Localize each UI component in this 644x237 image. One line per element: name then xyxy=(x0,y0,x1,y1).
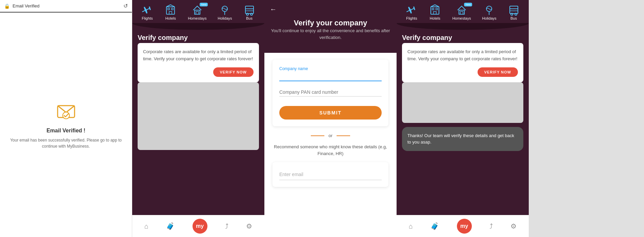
my-nav-button[interactable]: my xyxy=(193,219,207,234)
svg-rect-3 xyxy=(168,8,169,10)
verify-company-title: Verify company xyxy=(132,30,264,43)
svg-rect-18 xyxy=(432,8,434,10)
grey-placeholder-box-4 xyxy=(402,82,523,123)
svg-rect-27 xyxy=(510,6,518,14)
or-line-left xyxy=(311,135,324,136)
form-title: Verify your company xyxy=(264,19,397,27)
nav-hotels[interactable]: Hotels xyxy=(164,4,177,20)
company-name-input[interactable] xyxy=(279,72,382,81)
svg-point-29 xyxy=(511,13,513,15)
company-form-card: Company name SUBMIT xyxy=(273,60,388,126)
right-spacer xyxy=(529,0,644,237)
verify-card: Corporate rates are available for only a… xyxy=(138,43,259,82)
flights-label-4: Flights xyxy=(406,16,417,20)
holidays-icon xyxy=(219,4,231,16)
nav-flights-4[interactable]: Flights xyxy=(405,4,418,20)
hotels-icon-4 xyxy=(429,4,441,16)
email-recommend-card: Enter email xyxy=(273,162,388,187)
email-verified-title: Email Verified ! xyxy=(46,128,85,134)
nav-bus[interactable]: Bus xyxy=(243,4,256,20)
verify-card-text-4: Corporate rates are available for only a… xyxy=(407,48,518,63)
homestays-label-4: Homestays xyxy=(452,16,471,20)
or-text: or xyxy=(328,133,333,138)
bus-icon-4 xyxy=(508,4,520,16)
bus-label: Bus xyxy=(246,16,253,20)
share-nav-icon-4[interactable]: ⤴ xyxy=(489,222,493,230)
grey-placeholder-box xyxy=(138,82,259,150)
mobile-panel-4: Flights Hotels New Homestays xyxy=(397,0,529,237)
trips-nav-icon[interactable]: 🧳 xyxy=(166,222,175,230)
nav-homestays-4[interactable]: New Homestays xyxy=(452,4,471,20)
svg-rect-4 xyxy=(172,8,173,10)
mobile-panel-2: Flights Hotels New Homestays xyxy=(132,0,264,237)
verify-form-panel: ← Verify your company You'll continue to… xyxy=(264,0,397,237)
nav-holidays-4[interactable]: Holidays xyxy=(482,4,496,20)
recommend-text: Recommend someone who might know these d… xyxy=(273,144,388,157)
or-divider: or xyxy=(273,133,388,138)
verify-now-button[interactable]: VERIFY NOW xyxy=(213,67,254,77)
svg-point-30 xyxy=(515,13,517,15)
svg-rect-12 xyxy=(245,6,254,14)
bus-label-4: Bus xyxy=(510,16,517,20)
svg-rect-19 xyxy=(436,8,438,10)
lock-icon: 🔒 xyxy=(4,3,10,9)
my-nav-label: my xyxy=(196,223,204,229)
flights-label: Flights xyxy=(142,16,153,20)
nav-hotels-4[interactable]: Hotels xyxy=(429,4,441,20)
new-badge-4: New xyxy=(464,3,472,6)
email-envelope-icon xyxy=(56,101,76,121)
svg-rect-23 xyxy=(459,10,464,14)
verify-card-text: Corporate rates are available for only a… xyxy=(143,48,254,63)
homestays-label: Homestays xyxy=(188,16,206,20)
trips-nav-icon-4[interactable]: 🧳 xyxy=(430,222,439,230)
settings-nav-icon-4[interactable]: ⚙ xyxy=(510,222,517,230)
nav-homestays[interactable]: New Homestays xyxy=(188,4,206,20)
new-badge: New xyxy=(200,3,208,6)
home-nav-icon[interactable]: ⌂ xyxy=(144,222,148,230)
company-name-label: Company name xyxy=(279,66,382,71)
verify-company-title-4: Verify company xyxy=(397,30,529,43)
my-nav-button-4[interactable]: my xyxy=(457,219,472,234)
holidays-label-4: Holidays xyxy=(482,16,496,20)
svg-point-14 xyxy=(246,13,248,15)
home-nav-icon-4[interactable]: ⌂ xyxy=(409,222,413,230)
thanks-bubble: Thanks! Our team will verify these detai… xyxy=(402,127,523,151)
flights-icon-4 xyxy=(405,4,418,16)
svg-rect-20 xyxy=(434,12,436,14)
back-button[interactable]: ← xyxy=(270,5,277,13)
browser-content: Email Verified ! Your email has been suc… xyxy=(0,13,132,237)
holidays-icon-4 xyxy=(483,4,495,16)
verify-now-button-4[interactable]: VERIFY NOW xyxy=(478,67,518,77)
share-nav-icon[interactable]: ⤴ xyxy=(225,222,228,230)
svg-point-15 xyxy=(250,13,253,15)
pan-number-input[interactable] xyxy=(279,88,382,96)
form-header: ← xyxy=(264,0,397,19)
form-body: Company name SUBMIT or Recommend someone… xyxy=(264,53,397,237)
wave-divider-4 xyxy=(397,23,529,30)
svg-rect-8 xyxy=(195,10,200,14)
browser-url: Email Verified xyxy=(13,3,121,8)
hotels-label-4: Hotels xyxy=(430,16,440,20)
form-subtitle: You'll continue to enjoy all the conveni… xyxy=(264,27,397,46)
bus-icon xyxy=(243,4,256,16)
verify-card-4: Corporate rates are available for only a… xyxy=(402,43,523,82)
submit-button[interactable]: SUBMIT xyxy=(279,106,382,120)
nav-icons-4: Flights Hotels New Homestays xyxy=(397,0,529,23)
nav-bus-4[interactable]: Bus xyxy=(508,4,520,20)
bottom-nav: ⌂ 🧳 my ⤴ ⚙ xyxy=(132,215,264,237)
email-icon-wrap xyxy=(56,101,76,122)
svg-rect-24 xyxy=(460,12,463,14)
wave-divider xyxy=(132,23,264,30)
nav-flights[interactable]: Flights xyxy=(141,4,153,20)
email-verified-text: Your email has been successfully verifie… xyxy=(7,137,125,149)
refresh-icon[interactable]: ↺ xyxy=(123,3,128,9)
holidays-label: Holidays xyxy=(218,16,232,20)
nav-holidays[interactable]: Holidays xyxy=(218,4,232,20)
browser-bar: 🔒 Email Verified ↺ xyxy=(0,0,132,13)
browser-panel: 🔒 Email Verified ↺ Email Verified ! Your… xyxy=(0,0,132,237)
email-placeholder: Enter email xyxy=(279,169,382,180)
nav-icons: Flights Hotels New Homestays xyxy=(132,0,264,23)
my-nav-label-4: my xyxy=(460,223,468,229)
svg-rect-9 xyxy=(196,12,199,14)
settings-nav-icon[interactable]: ⚙ xyxy=(246,222,252,230)
